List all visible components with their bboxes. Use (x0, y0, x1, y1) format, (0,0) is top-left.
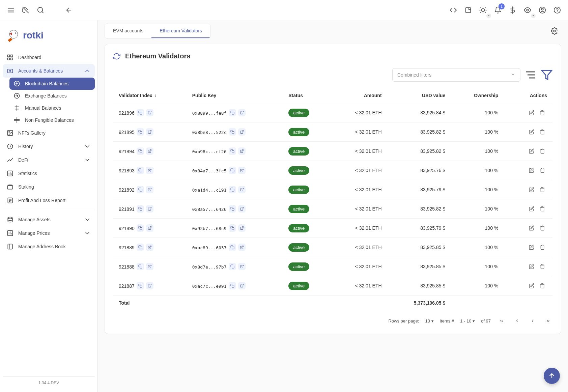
dev-button[interactable] (447, 3, 460, 17)
delete-button[interactable] (538, 185, 547, 194)
currency-button[interactable] (506, 3, 519, 17)
notes-button[interactable] (461, 3, 475, 17)
nav-exchange-balances[interactable]: Exchange Balances (9, 90, 95, 102)
copy-key-button[interactable] (229, 205, 236, 213)
copy-key-button[interactable] (229, 282, 236, 289)
delete-button[interactable] (538, 243, 547, 252)
external-link-button[interactable] (146, 167, 153, 174)
external-link-button[interactable] (238, 109, 246, 116)
edit-button[interactable] (527, 281, 536, 290)
page-prev-button[interactable] (512, 316, 522, 326)
copy-key-button[interactable] (229, 186, 236, 193)
external-link-button[interactable] (146, 109, 153, 116)
nav-dashboard[interactable]: Dashboard (3, 51, 95, 64)
external-link-button[interactable] (238, 205, 246, 213)
external-link-button[interactable] (238, 282, 246, 289)
external-link-button[interactable] (238, 263, 246, 270)
edit-button[interactable] (527, 204, 536, 214)
copy-index-button[interactable] (137, 263, 144, 270)
external-link-button[interactable] (146, 186, 153, 193)
settings-button[interactable] (548, 24, 561, 38)
copy-key-button[interactable] (229, 244, 236, 251)
nav-staking[interactable]: Staking (3, 180, 95, 194)
nav-accounts[interactable]: Accounts & Balances (3, 64, 95, 78)
col-status[interactable]: Status (283, 88, 331, 103)
external-link-button[interactable] (146, 263, 153, 270)
external-link-button[interactable] (146, 205, 153, 213)
external-link-button[interactable] (238, 186, 246, 193)
copy-index-button[interactable] (137, 224, 144, 232)
col-amount[interactable]: Amount (331, 88, 387, 103)
back-button[interactable] (62, 3, 76, 17)
search-button[interactable] (34, 3, 47, 17)
external-link-button[interactable] (238, 147, 246, 155)
nav-statistics[interactable]: Statistics (3, 167, 95, 180)
nav-pnl[interactable]: Profit And Loss Report (3, 194, 95, 207)
delete-button[interactable] (538, 127, 547, 137)
col-ownership[interactable]: Ownership (451, 88, 504, 103)
external-link-button[interactable] (238, 167, 246, 174)
delete-button[interactable] (538, 223, 547, 233)
combined-filters-input[interactable]: Combined filters (392, 68, 520, 82)
edit-button[interactable] (527, 108, 536, 117)
copy-index-button[interactable] (137, 167, 144, 174)
copy-key-button[interactable] (229, 147, 236, 155)
delete-button[interactable] (538, 146, 547, 156)
copy-key-button[interactable] (229, 109, 236, 116)
external-link-button[interactable] (146, 282, 153, 289)
copy-index-button[interactable] (137, 205, 144, 213)
edit-button[interactable] (527, 166, 536, 175)
nav-blockchain-balances[interactable]: Blockchain Balances (9, 78, 95, 90)
nav-manual-balances[interactable]: Manual Balances (9, 102, 95, 114)
copy-index-button[interactable] (137, 147, 144, 155)
sync-off-button[interactable] (19, 3, 32, 17)
page-next-button[interactable] (528, 316, 537, 326)
scroll-top-button[interactable] (544, 368, 560, 384)
filter-button[interactable] (541, 69, 553, 81)
nav-address-book[interactable]: Manage Address Book (3, 240, 95, 253)
delete-button[interactable] (538, 166, 547, 175)
page-last-button[interactable] (543, 316, 553, 326)
edit-button[interactable] (527, 262, 536, 271)
col-pubkey[interactable]: Public Key (187, 88, 283, 103)
account-button[interactable] (536, 3, 549, 17)
refresh-icon[interactable] (113, 53, 120, 60)
edit-button[interactable] (527, 185, 536, 194)
edit-button[interactable] (527, 243, 536, 252)
external-link-button[interactable] (238, 244, 246, 251)
external-link-button[interactable] (238, 128, 246, 136)
copy-index-button[interactable] (137, 128, 144, 136)
col-usd[interactable]: USD value (387, 88, 451, 103)
menu-button[interactable] (4, 3, 18, 17)
edit-button[interactable] (527, 127, 536, 137)
external-link-button[interactable] (146, 147, 153, 155)
external-link-button[interactable] (146, 128, 153, 136)
copy-index-button[interactable] (137, 109, 144, 116)
external-link-button[interactable] (146, 244, 153, 251)
help-button[interactable] (550, 3, 564, 17)
external-link-button[interactable] (146, 224, 153, 232)
copy-index-button[interactable] (137, 244, 144, 251)
page-first-button[interactable] (497, 316, 506, 326)
copy-index-button[interactable] (137, 282, 144, 289)
nav-manage-prices[interactable]: Manage Prices (3, 226, 95, 240)
nav-defi[interactable]: DeFi (3, 153, 95, 167)
copy-key-button[interactable] (229, 167, 236, 174)
copy-index-button[interactable] (137, 186, 144, 193)
nav-nfb[interactable]: Non Fungible Balances (9, 114, 95, 126)
items-range-select[interactable]: 1 - 10 ▾ (460, 318, 475, 324)
edit-button[interactable] (527, 146, 536, 156)
delete-button[interactable] (538, 262, 547, 271)
external-link-button[interactable] (238, 224, 246, 232)
col-index[interactable]: Validator Index↓ (113, 88, 187, 103)
edit-button[interactable] (527, 223, 536, 233)
copy-key-button[interactable] (229, 224, 236, 232)
sort-button[interactable] (524, 69, 537, 81)
tab-evm-accounts[interactable]: EVM accounts (105, 24, 151, 38)
nav-nfts[interactable]: NFTs Gallery (3, 126, 95, 140)
nav-history[interactable]: History (3, 140, 95, 153)
nav-manage-assets[interactable]: Manage Assets (3, 213, 95, 226)
tab-ethereum-validators[interactable]: Ethereum Validators (151, 24, 210, 38)
delete-button[interactable] (538, 204, 547, 214)
copy-key-button[interactable] (229, 128, 236, 136)
